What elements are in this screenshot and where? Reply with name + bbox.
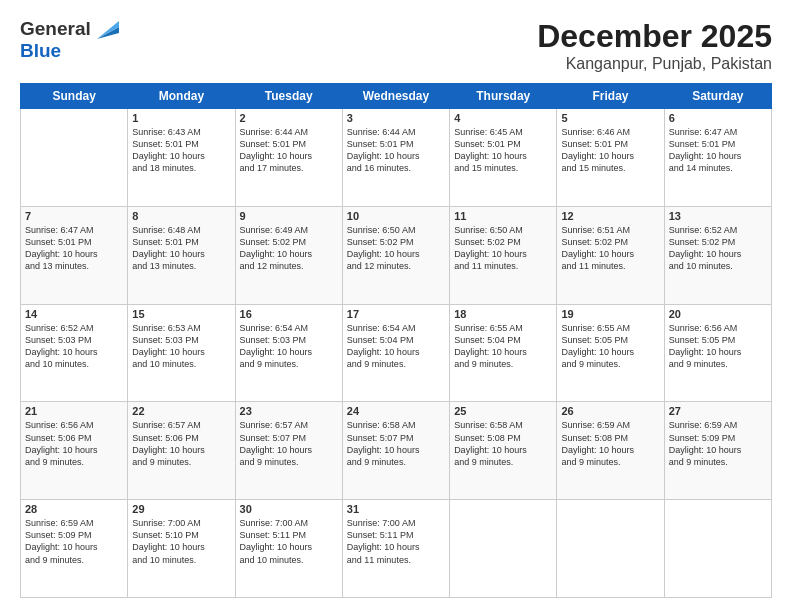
day-info: Sunrise: 6:57 AM Sunset: 5:07 PM Dayligh… xyxy=(240,419,338,468)
day-info: Sunrise: 7:00 AM Sunset: 5:11 PM Dayligh… xyxy=(347,517,445,566)
table-row: 12Sunrise: 6:51 AM Sunset: 5:02 PM Dayli… xyxy=(557,206,664,304)
day-info: Sunrise: 6:52 AM Sunset: 5:02 PM Dayligh… xyxy=(669,224,767,273)
calendar-title: December 2025 xyxy=(537,18,772,55)
day-number: 5 xyxy=(561,112,659,124)
day-number: 29 xyxy=(132,503,230,515)
logo-blue-text: Blue xyxy=(20,40,61,61)
table-row: 31Sunrise: 7:00 AM Sunset: 5:11 PM Dayli… xyxy=(342,500,449,598)
table-row: 3Sunrise: 6:44 AM Sunset: 5:01 PM Daylig… xyxy=(342,109,449,207)
day-info: Sunrise: 7:00 AM Sunset: 5:10 PM Dayligh… xyxy=(132,517,230,566)
day-number: 31 xyxy=(347,503,445,515)
header-wednesday: Wednesday xyxy=(342,84,449,109)
table-row: 15Sunrise: 6:53 AM Sunset: 5:03 PM Dayli… xyxy=(128,304,235,402)
day-number: 2 xyxy=(240,112,338,124)
day-number: 19 xyxy=(561,308,659,320)
day-info: Sunrise: 6:45 AM Sunset: 5:01 PM Dayligh… xyxy=(454,126,552,175)
day-number: 22 xyxy=(132,405,230,417)
header-thursday: Thursday xyxy=(450,84,557,109)
calendar-week-row: 7Sunrise: 6:47 AM Sunset: 5:01 PM Daylig… xyxy=(21,206,772,304)
table-row: 8Sunrise: 6:48 AM Sunset: 5:01 PM Daylig… xyxy=(128,206,235,304)
day-info: Sunrise: 7:00 AM Sunset: 5:11 PM Dayligh… xyxy=(240,517,338,566)
table-row: 30Sunrise: 7:00 AM Sunset: 5:11 PM Dayli… xyxy=(235,500,342,598)
day-info: Sunrise: 6:56 AM Sunset: 5:05 PM Dayligh… xyxy=(669,322,767,371)
day-info: Sunrise: 6:49 AM Sunset: 5:02 PM Dayligh… xyxy=(240,224,338,273)
table-row: 22Sunrise: 6:57 AM Sunset: 5:06 PM Dayli… xyxy=(128,402,235,500)
table-row: 27Sunrise: 6:59 AM Sunset: 5:09 PM Dayli… xyxy=(664,402,771,500)
day-number: 13 xyxy=(669,210,767,222)
header-monday: Monday xyxy=(128,84,235,109)
day-info: Sunrise: 6:54 AM Sunset: 5:04 PM Dayligh… xyxy=(347,322,445,371)
day-number: 25 xyxy=(454,405,552,417)
day-info: Sunrise: 6:55 AM Sunset: 5:05 PM Dayligh… xyxy=(561,322,659,371)
day-number: 28 xyxy=(25,503,123,515)
table-row: 29Sunrise: 7:00 AM Sunset: 5:10 PM Dayli… xyxy=(128,500,235,598)
day-info: Sunrise: 6:50 AM Sunset: 5:02 PM Dayligh… xyxy=(454,224,552,273)
calendar-week-row: 1Sunrise: 6:43 AM Sunset: 5:01 PM Daylig… xyxy=(21,109,772,207)
day-number: 27 xyxy=(669,405,767,417)
day-info: Sunrise: 6:54 AM Sunset: 5:03 PM Dayligh… xyxy=(240,322,338,371)
table-row: 23Sunrise: 6:57 AM Sunset: 5:07 PM Dayli… xyxy=(235,402,342,500)
table-row: 21Sunrise: 6:56 AM Sunset: 5:06 PM Dayli… xyxy=(21,402,128,500)
day-info: Sunrise: 6:47 AM Sunset: 5:01 PM Dayligh… xyxy=(25,224,123,273)
calendar-table: Sunday Monday Tuesday Wednesday Thursday… xyxy=(20,83,772,598)
day-info: Sunrise: 6:55 AM Sunset: 5:04 PM Dayligh… xyxy=(454,322,552,371)
table-row: 18Sunrise: 6:55 AM Sunset: 5:04 PM Dayli… xyxy=(450,304,557,402)
calendar-week-row: 14Sunrise: 6:52 AM Sunset: 5:03 PM Dayli… xyxy=(21,304,772,402)
day-number: 1 xyxy=(132,112,230,124)
table-row xyxy=(450,500,557,598)
day-info: Sunrise: 6:59 AM Sunset: 5:09 PM Dayligh… xyxy=(25,517,123,566)
day-number: 12 xyxy=(561,210,659,222)
header-sunday: Sunday xyxy=(21,84,128,109)
day-number: 9 xyxy=(240,210,338,222)
day-info: Sunrise: 6:53 AM Sunset: 5:03 PM Dayligh… xyxy=(132,322,230,371)
day-info: Sunrise: 6:48 AM Sunset: 5:01 PM Dayligh… xyxy=(132,224,230,273)
header-friday: Friday xyxy=(557,84,664,109)
day-info: Sunrise: 6:46 AM Sunset: 5:01 PM Dayligh… xyxy=(561,126,659,175)
table-row: 11Sunrise: 6:50 AM Sunset: 5:02 PM Dayli… xyxy=(450,206,557,304)
table-row: 1Sunrise: 6:43 AM Sunset: 5:01 PM Daylig… xyxy=(128,109,235,207)
day-number: 30 xyxy=(240,503,338,515)
day-info: Sunrise: 6:57 AM Sunset: 5:06 PM Dayligh… xyxy=(132,419,230,468)
day-info: Sunrise: 6:58 AM Sunset: 5:07 PM Dayligh… xyxy=(347,419,445,468)
day-info: Sunrise: 6:52 AM Sunset: 5:03 PM Dayligh… xyxy=(25,322,123,371)
table-row: 20Sunrise: 6:56 AM Sunset: 5:05 PM Dayli… xyxy=(664,304,771,402)
day-info: Sunrise: 6:43 AM Sunset: 5:01 PM Dayligh… xyxy=(132,126,230,175)
title-block: December 2025 Kanganpur, Punjab, Pakista… xyxy=(537,18,772,73)
table-row: 7Sunrise: 6:47 AM Sunset: 5:01 PM Daylig… xyxy=(21,206,128,304)
day-number: 14 xyxy=(25,308,123,320)
table-row: 28Sunrise: 6:59 AM Sunset: 5:09 PM Dayli… xyxy=(21,500,128,598)
day-number: 3 xyxy=(347,112,445,124)
table-row: 26Sunrise: 6:59 AM Sunset: 5:08 PM Dayli… xyxy=(557,402,664,500)
day-number: 4 xyxy=(454,112,552,124)
table-row xyxy=(21,109,128,207)
day-number: 21 xyxy=(25,405,123,417)
calendar-week-row: 28Sunrise: 6:59 AM Sunset: 5:09 PM Dayli… xyxy=(21,500,772,598)
day-info: Sunrise: 6:56 AM Sunset: 5:06 PM Dayligh… xyxy=(25,419,123,468)
day-number: 17 xyxy=(347,308,445,320)
day-info: Sunrise: 6:50 AM Sunset: 5:02 PM Dayligh… xyxy=(347,224,445,273)
day-number: 24 xyxy=(347,405,445,417)
day-info: Sunrise: 6:58 AM Sunset: 5:08 PM Dayligh… xyxy=(454,419,552,468)
header-tuesday: Tuesday xyxy=(235,84,342,109)
table-row: 14Sunrise: 6:52 AM Sunset: 5:03 PM Dayli… xyxy=(21,304,128,402)
table-row: 24Sunrise: 6:58 AM Sunset: 5:07 PM Dayli… xyxy=(342,402,449,500)
day-number: 23 xyxy=(240,405,338,417)
day-info: Sunrise: 6:51 AM Sunset: 5:02 PM Dayligh… xyxy=(561,224,659,273)
table-row: 16Sunrise: 6:54 AM Sunset: 5:03 PM Dayli… xyxy=(235,304,342,402)
table-row: 10Sunrise: 6:50 AM Sunset: 5:02 PM Dayli… xyxy=(342,206,449,304)
day-number: 11 xyxy=(454,210,552,222)
day-number: 18 xyxy=(454,308,552,320)
calendar-subtitle: Kanganpur, Punjab, Pakistan xyxy=(537,55,772,73)
table-row: 5Sunrise: 6:46 AM Sunset: 5:01 PM Daylig… xyxy=(557,109,664,207)
table-row xyxy=(664,500,771,598)
table-row: 25Sunrise: 6:58 AM Sunset: 5:08 PM Dayli… xyxy=(450,402,557,500)
day-number: 20 xyxy=(669,308,767,320)
day-info: Sunrise: 6:59 AM Sunset: 5:09 PM Dayligh… xyxy=(669,419,767,468)
day-number: 10 xyxy=(347,210,445,222)
header: General Blue December 2025 Kanganpur, Pu… xyxy=(20,18,772,73)
header-saturday: Saturday xyxy=(664,84,771,109)
day-number: 6 xyxy=(669,112,767,124)
table-row: 4Sunrise: 6:45 AM Sunset: 5:01 PM Daylig… xyxy=(450,109,557,207)
day-info: Sunrise: 6:59 AM Sunset: 5:08 PM Dayligh… xyxy=(561,419,659,468)
day-number: 8 xyxy=(132,210,230,222)
